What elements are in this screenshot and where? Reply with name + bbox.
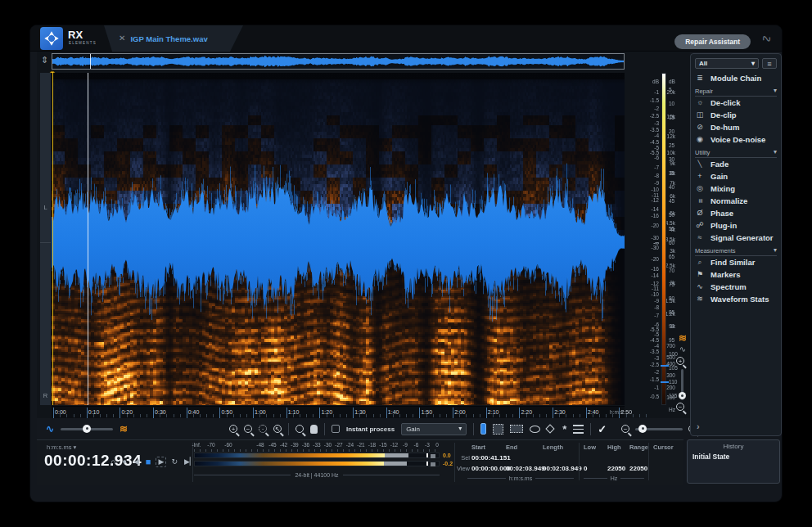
ruler-minor-tick <box>240 414 241 417</box>
sidebar-item-voice-de-noise[interactable]: ◉Voice De-noise <box>695 133 777 146</box>
ruler-minor-tick <box>227 414 228 417</box>
sidebar-item-phase[interactable]: ØPhase <box>695 207 777 219</box>
process-select[interactable]: Gain ▾ <box>401 423 467 435</box>
mixing-icon: ◎ <box>695 185 705 192</box>
blend-slider[interactable] <box>61 428 113 430</box>
repair-assistant-button[interactable]: Repair Assistant <box>674 34 751 49</box>
magic-wand-tool[interactable]: * <box>562 423 566 435</box>
sidebar-expander-icon[interactable]: › <box>697 422 700 431</box>
zoom-out-icon[interactable]: − <box>244 425 252 433</box>
ruler-tick <box>187 408 187 418</box>
process-apply-icon[interactable]: ✓ <box>598 424 607 435</box>
time-selection-tool[interactable] <box>480 423 486 435</box>
overview-resize-icon[interactable]: ⇕ <box>41 56 48 65</box>
brush-selection-tool[interactable] <box>545 424 554 433</box>
zoom-all-icon[interactable]: ↖ <box>273 425 282 433</box>
section-header-measurements[interactable]: Measurements▾ <box>695 245 777 256</box>
sidebar-item-signal-generator[interactable]: ≈Signal Generator <box>695 232 777 244</box>
clip-value-left: 0.0 <box>443 453 451 458</box>
previous-button[interactable]: ◀ <box>132 457 141 466</box>
sidebar-item-fade[interactable]: ╲Fade <box>695 158 777 170</box>
instant-process-checkbox[interactable] <box>332 425 340 433</box>
spectrogram-canvas[interactable] <box>52 73 625 405</box>
meter-scale-label: -Inf. <box>192 442 201 448</box>
sidebar-item-find-similar[interactable]: ⌕Find Similar <box>695 256 777 268</box>
waveform-view-icon[interactable]: ∿ <box>46 424 54 434</box>
spectrogram-db-axis: dB51015202530354045505560657075808590951… <box>669 73 688 405</box>
sidebar-item-markers[interactable]: ⚑Markers <box>695 268 777 281</box>
sidebar-item-gain[interactable]: +Gain <box>695 170 777 182</box>
harmonic-selection-tool[interactable] <box>573 425 584 434</box>
title-bar: RX ELEMENTS ✕ IGP Main Theme.wav Repair … <box>30 25 782 52</box>
vertical-zoom-knob[interactable] <box>679 392 686 399</box>
time-format-select[interactable]: h:m:s.ms ▾ <box>47 444 76 451</box>
sidebar-item-module-chain[interactable]: ≣Module Chain <box>695 72 777 84</box>
vertical-zoom-in-icon[interactable]: + <box>676 357 684 365</box>
ruler-minor-tick <box>512 414 513 417</box>
lasso-selection-tool[interactable] <box>530 426 540 433</box>
sidebar-item-de-hum[interactable]: ⊘De-hum <box>695 121 777 133</box>
view-length-value[interactable]: 00:02:03.949 <box>543 465 582 472</box>
sidebar-item-normalize[interactable]: ≡Normalize <box>695 195 777 207</box>
stop-button[interactable]: ■ <box>144 457 153 467</box>
view-low-value[interactable]: 0 <box>584 465 587 472</box>
time-frequency-selection-tool[interactable] <box>493 424 503 435</box>
ruler-minor-tick <box>273 414 274 417</box>
history-item-initial-state[interactable]: Initial State <box>692 453 729 461</box>
sidebar-item-spectrum[interactable]: ∿Spectrum <box>695 281 777 293</box>
row-label-view: View <box>456 465 470 472</box>
file-tab[interactable]: ✕ IGP Main Theme.wav <box>104 25 243 52</box>
meter-scale-label: -45 <box>268 442 276 448</box>
level-meters-section[interactable]: -Inf.-70-60-48-45-42-39-36-33-30-27-24-2… <box>194 439 454 485</box>
divider <box>454 443 455 482</box>
view-high-value[interactable]: 22050 <box>607 465 625 472</box>
chevron-down-icon: ▾ <box>458 426 462 432</box>
sidebar-item-mixing[interactable]: ◎Mixing <box>695 182 777 195</box>
tab-close-icon[interactable]: ✕ <box>119 34 125 43</box>
h-zoom-knob[interactable] <box>638 425 647 433</box>
ruler-minor-tick <box>373 414 374 417</box>
spectrogram-settings-icon[interactable]: ≋ <box>676 333 689 343</box>
zoom-tool-icon[interactable] <box>295 425 304 433</box>
h-zoom-out-icon[interactable]: − <box>621 425 629 433</box>
vertical-zoom-slider[interactable] <box>681 369 683 400</box>
file-overview[interactable] <box>52 53 625 70</box>
module-filter-select[interactable]: All ▾ <box>695 58 759 69</box>
pan-hand-icon[interactable] <box>310 425 318 434</box>
waveform-settings-icon[interactable]: ∿ <box>676 345 689 354</box>
sidebar-item-de-clip[interactable]: ◫De-clip <box>695 109 777 121</box>
sidebar-item-de-click[interactable]: ☼De-click <box>695 97 777 109</box>
section-header-utility[interactable]: Utility▾ <box>695 147 777 158</box>
monitor-button[interactable]: ∩ <box>109 457 117 466</box>
signal-generator-icon: ≈ <box>695 234 705 241</box>
loop-button[interactable]: ↻ <box>169 457 179 466</box>
waveform-stats-icon: ≋ <box>695 295 705 303</box>
record-button[interactable]: ● <box>120 457 128 466</box>
col-cursor: Cursor <box>653 444 674 451</box>
sidebar-item-plug-in[interactable]: ☍Plug-in <box>695 219 777 232</box>
color-scale-handle[interactable] <box>661 381 669 383</box>
play-button[interactable]: ▶ <box>156 457 166 467</box>
blend-knob[interactable] <box>83 425 91 433</box>
de-click-icon: ☼ <box>695 99 705 106</box>
sel-start-value[interactable]: 00:00:41.151 <box>471 454 511 462</box>
meter-left-clip <box>431 454 435 458</box>
time-ruler[interactable]: 0:000:100:200:300:400:501:001:101:201:30… <box>52 406 625 418</box>
zoom-selection-icon[interactable]: · <box>259 425 267 433</box>
view-range-value[interactable]: 22050 <box>629 465 647 472</box>
spectrogram-color-scale[interactable] <box>661 73 666 405</box>
spectrogram-view-icon[interactable]: ≋ <box>120 424 128 434</box>
color-scale-handle[interactable] <box>661 365 669 367</box>
sidebar-item-waveform-stats[interactable]: ≋Waveform Stats <box>695 293 777 305</box>
view-end-value[interactable]: 00:02:03.949 <box>506 465 545 472</box>
vertical-zoom-out-icon[interactable]: − <box>676 403 684 411</box>
frequency-selection-tool[interactable] <box>510 425 523 433</box>
channel-strip[interactable]: L R <box>40 73 52 405</box>
overview-canvas[interactable] <box>52 54 624 69</box>
meter-right-clip <box>431 462 435 466</box>
section-header-repair[interactable]: Repair▾ <box>695 86 777 97</box>
h-zoom-slider[interactable] <box>635 428 683 430</box>
zoom-in-icon[interactable]: + <box>229 425 237 433</box>
view-start-value[interactable]: 00:00:00.000 <box>471 465 511 472</box>
module-menu-icon[interactable]: ≡ <box>762 58 777 69</box>
